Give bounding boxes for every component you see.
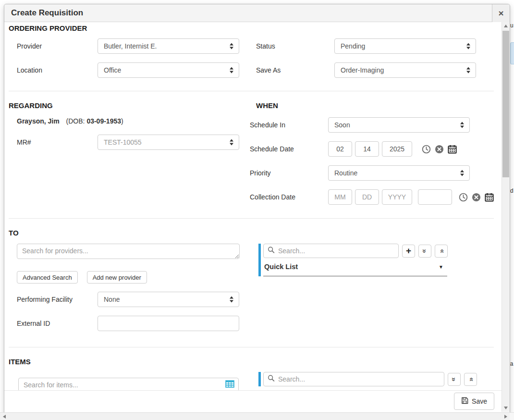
schedule-date-day-input[interactable]: [355, 141, 379, 157]
provider-select[interactable]: Butler, Internist E.: [98, 38, 239, 54]
background-page-fragment: d: [510, 187, 514, 194]
mr-select[interactable]: TEST-10055: [98, 135, 239, 150]
performing-facility-label: Performing Facility: [17, 296, 98, 303]
save-as-select[interactable]: Order-Imaging: [334, 62, 476, 78]
background-page-strip: u d la: [510, 0, 514, 420]
select-caret-icon: [466, 67, 471, 74]
vertical-scrollbar[interactable]: [502, 22, 510, 412]
priority-select-value: Routine: [334, 169, 357, 177]
collection-date-month-input[interactable]: [328, 189, 352, 205]
panel-accent-bar: [258, 244, 261, 276]
collection-date-year-input[interactable]: [382, 189, 412, 205]
patient-summary: Grayson, Jim (DOB: 03-09-1953): [9, 116, 250, 126]
items-collapse-all-button[interactable]: »: [464, 373, 477, 386]
select-caret-icon: [230, 296, 234, 303]
when-section: Schedule In Soon Schedule Date: [250, 116, 494, 205]
mr-select-value: TEST-10055: [104, 138, 142, 146]
select-caret-icon: [460, 122, 465, 128]
save-button-label: Save: [472, 397, 487, 405]
double-chevron-down-icon: »: [451, 377, 458, 381]
ordering-provider-heading: ORDERING PROVIDER: [9, 24, 494, 33]
expand-all-button[interactable]: »: [418, 245, 431, 258]
add-to-quick-list-button[interactable]: +: [402, 245, 415, 258]
collapse-all-button[interactable]: »: [435, 245, 448, 258]
schedule-in-label: Schedule In: [250, 121, 328, 129]
select-caret-icon: [230, 139, 234, 146]
double-chevron-up-icon: »: [438, 249, 445, 253]
plus-icon: +: [406, 246, 411, 255]
schedule-date-clear-icon[interactable]: [435, 145, 444, 154]
save-as-label: Save As: [256, 66, 334, 74]
vertical-scrollbar-thumb[interactable]: [502, 31, 509, 177]
provider-label: Provider: [17, 42, 98, 50]
collection-date-calendar-icon[interactable]: [485, 193, 494, 202]
dob-close-paren: ): [121, 117, 123, 125]
quick-list-header[interactable]: Quick List ▼: [263, 263, 447, 276]
modal-title: Create Requisition: [11, 8, 83, 18]
save-as-select-value: Order-Imaging: [341, 66, 384, 74]
patient-name: Grayson, Jim: [17, 117, 60, 125]
status-label: Status: [256, 42, 334, 50]
close-icon: ×: [498, 8, 503, 19]
select-caret-icon: [230, 67, 234, 74]
items-quick-list-search-input[interactable]: [263, 372, 444, 386]
panel-accent-bar: [258, 372, 261, 386]
schedule-date-label: Schedule Date: [250, 145, 328, 153]
modal-body: ORDERING PROVIDER Provider Butler, Inter…: [4, 22, 502, 420]
schedule-date-clock-icon[interactable]: [422, 145, 431, 154]
advanced-search-button[interactable]: Advanced Search: [17, 271, 78, 284]
collection-time-input[interactable]: [418, 189, 452, 205]
location-select-value: Office: [104, 66, 121, 74]
schedule-date-year-input[interactable]: [382, 141, 412, 157]
section-divider: [9, 91, 494, 91]
collection-date-day-input[interactable]: [355, 189, 379, 205]
priority-select[interactable]: Routine: [328, 165, 470, 181]
quick-list-caret-icon: ▼: [439, 264, 443, 270]
performing-facility-select[interactable]: None: [98, 292, 239, 307]
location-label: Location: [17, 66, 98, 74]
provider-quick-list-panel: + » » Quick List ▼: [258, 244, 494, 276]
performing-facility-select-value: None: [104, 296, 120, 303]
items-section: » »: [9, 372, 494, 392]
regarding-section: Grayson, Jim (DOB: 03-09-1953) MR# TEST-…: [9, 116, 250, 150]
collection-date-label: Collection Date: [250, 193, 328, 201]
background-page-fragment: la: [510, 360, 513, 367]
schedule-date-month-input[interactable]: [328, 141, 352, 157]
items-quick-list-panel: » »: [258, 372, 494, 386]
to-section: Advanced Search Add new provider Perform…: [9, 244, 494, 331]
when-heading: WHEN: [256, 101, 494, 110]
priority-label: Priority: [250, 169, 328, 177]
collection-date-clear-icon[interactable]: [472, 193, 481, 202]
provider-search-input[interactable]: [17, 244, 240, 259]
add-new-provider-button[interactable]: Add new provider: [87, 271, 147, 284]
select-caret-icon: [460, 170, 465, 176]
external-id-input[interactable]: [98, 316, 239, 331]
save-button[interactable]: Save: [454, 393, 494, 410]
scroll-left-arrow[interactable]: [0, 413, 8, 420]
quick-list-search-input[interactable]: [263, 244, 399, 258]
scroll-up-arrow[interactable]: [502, 22, 510, 30]
close-button[interactable]: ×: [492, 4, 510, 22]
double-chevron-up-icon: »: [467, 377, 474, 381]
background-page-fragment: u: [510, 22, 514, 29]
create-requisition-modal: Create Requisition × ORDERING PROVIDER P…: [4, 4, 510, 420]
search-icon: [268, 247, 275, 256]
schedule-in-select[interactable]: Soon: [328, 117, 470, 133]
save-icon: [461, 397, 468, 406]
items-expand-all-button[interactable]: »: [448, 373, 461, 386]
to-heading: TO: [9, 229, 494, 237]
schedule-date-calendar-icon[interactable]: [448, 145, 457, 154]
collection-date-clock-icon[interactable]: [459, 193, 468, 202]
scroll-right-arrow[interactable]: [502, 413, 510, 420]
scroll-down-arrow[interactable]: [502, 404, 510, 412]
status-select[interactable]: Pending: [334, 38, 476, 54]
location-select[interactable]: Office: [98, 62, 239, 78]
select-caret-icon: [230, 43, 234, 49]
status-select-value: Pending: [341, 42, 365, 50]
item-grid-icon[interactable]: [225, 380, 234, 390]
scrollbar-corner: [510, 413, 514, 420]
horizontal-scrollbar[interactable]: [0, 412, 514, 420]
external-id-label: External ID: [17, 320, 98, 327]
modal-footer: Save: [4, 390, 502, 412]
section-divider: [9, 347, 494, 347]
